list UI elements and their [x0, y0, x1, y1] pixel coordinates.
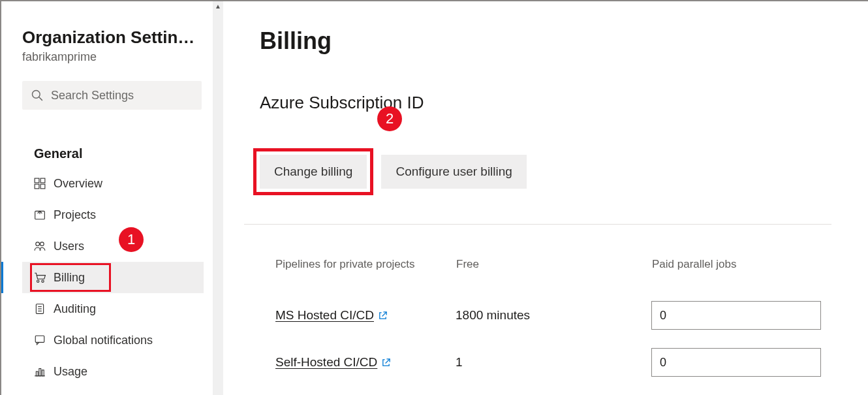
sidebar-nav: Overview Projects: [22, 168, 204, 387]
search-settings[interactable]: [22, 81, 202, 110]
sidebar-item-projects[interactable]: Projects: [22, 199, 204, 230]
table-row: Self-Hosted CI/CD 1: [260, 339, 831, 386]
page-title: Billing: [260, 27, 831, 55]
sidebar-item-users[interactable]: Users 1: [22, 230, 204, 262]
external-link-icon: [378, 311, 388, 321]
sidebar-label: Usage: [54, 365, 87, 379]
sidebar-item-overview[interactable]: Overview: [22, 168, 204, 199]
table-row: MS Hosted CI/CD 1800 minutes: [260, 292, 831, 339]
notifications-icon: [34, 334, 46, 346]
billing-icon: [34, 272, 46, 283]
svg-rect-18: [39, 369, 41, 376]
auditing-icon: [34, 303, 46, 315]
search-icon: [31, 89, 43, 101]
svg-rect-17: [36, 371, 38, 376]
self-hosted-link[interactable]: Self-Hosted CI/CD: [275, 355, 391, 369]
sidebar: ▲ Organization Settin… fabrikamprime Gen…: [1, 1, 223, 395]
ms-hosted-free: 1800 minutes: [456, 292, 651, 339]
svg-line-1: [39, 97, 42, 101]
divider: [244, 224, 831, 225]
sidebar-label: Users: [54, 240, 84, 253]
svg-point-9: [37, 280, 39, 282]
sidebar-item-billing[interactable]: Billing: [22, 262, 204, 293]
callout-1: 1: [119, 227, 144, 252]
th-pipelines: Pipelines for private projects: [260, 257, 456, 292]
usage-icon: [34, 366, 46, 377]
org-settings-title: Organization Settin…: [22, 27, 204, 48]
org-name: fabrikamprime: [22, 50, 204, 64]
sidebar-label: Projects: [54, 208, 96, 222]
section-general: General: [22, 146, 204, 161]
sidebar-scrollbar[interactable]: ▲: [213, 1, 223, 395]
sidebar-label: Auditing: [54, 302, 96, 316]
configure-user-billing-button[interactable]: Configure user billing: [381, 155, 527, 189]
overview-icon: [34, 178, 46, 189]
svg-point-0: [32, 90, 40, 98]
subscription-heading: Azure Subscription ID: [260, 93, 831, 113]
self-hosted-paid-input[interactable]: [651, 348, 821, 377]
svg-rect-19: [42, 370, 44, 376]
svg-rect-15: [35, 336, 44, 342]
svg-point-10: [42, 280, 44, 282]
svg-point-8: [40, 242, 44, 246]
external-link-icon: [381, 358, 391, 368]
change-billing-button[interactable]: Change billing: [260, 155, 367, 189]
main-content: Billing Azure Subscription ID 2 Change b…: [223, 1, 868, 395]
ms-hosted-label: MS Hosted CI/CD: [275, 308, 374, 322]
ms-hosted-link[interactable]: MS Hosted CI/CD: [275, 308, 388, 322]
sidebar-item-global-notifications[interactable]: Global notifications: [22, 324, 204, 356]
svg-rect-5: [40, 184, 45, 189]
sidebar-item-usage[interactable]: Usage: [22, 356, 204, 387]
self-hosted-free: 1: [456, 339, 651, 386]
sidebar-label: Billing: [54, 271, 85, 285]
users-icon: [34, 240, 46, 252]
projects-icon: [34, 209, 46, 221]
svg-rect-2: [35, 178, 39, 183]
svg-rect-3: [40, 178, 45, 183]
pipelines-table: Pipelines for private projects Free Paid…: [260, 257, 831, 386]
svg-point-7: [36, 242, 40, 246]
search-input[interactable]: [50, 88, 193, 103]
ms-hosted-paid-input[interactable]: [651, 301, 821, 330]
self-hosted-label: Self-Hosted CI/CD: [275, 355, 377, 369]
sidebar-label: Overview: [54, 177, 102, 191]
svg-rect-4: [35, 184, 39, 189]
billing-buttons: 2 Change billing Configure user billing: [260, 155, 831, 189]
th-paid: Paid parallel jobs: [651, 257, 831, 292]
scroll-up-icon: ▲: [215, 1, 221, 12]
sidebar-label: Global notifications: [54, 334, 153, 347]
th-free: Free: [456, 257, 651, 292]
sidebar-item-auditing[interactable]: Auditing: [22, 293, 204, 324]
